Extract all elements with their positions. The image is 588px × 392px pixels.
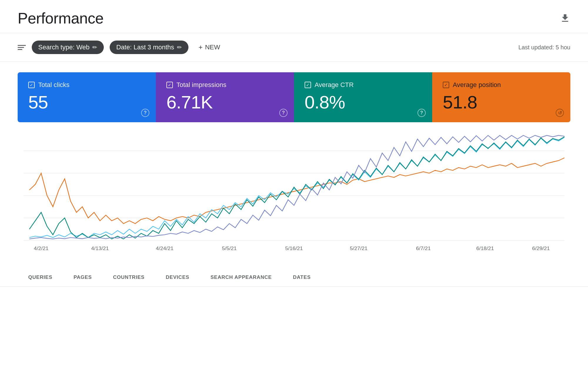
- metric-help-clicks[interactable]: ?: [141, 109, 149, 117]
- tab-devices[interactable]: DEVICES: [155, 269, 200, 287]
- metric-label-clicks: Total clicks: [38, 81, 69, 89]
- metric-card-position[interactable]: ✓ Average position 51.8 ↺: [432, 72, 570, 122]
- metric-label-impressions: Total impressions: [176, 81, 226, 89]
- tab-dates[interactable]: DATES: [282, 269, 321, 287]
- metric-label-row-ctr: ✓ Average CTR: [305, 81, 422, 89]
- header: Performance: [0, 0, 588, 33]
- metric-value-clicks: 55: [28, 92, 145, 112]
- filter-icon: [18, 45, 26, 50]
- search-type-edit-icon: ✏: [92, 44, 97, 51]
- svg-text:4/13/21: 4/13/21: [91, 246, 109, 252]
- metric-help-position[interactable]: ↺: [556, 109, 564, 117]
- tab-countries[interactable]: COUNTRIES: [102, 269, 155, 287]
- metric-card-impressions[interactable]: ✓ Total impressions 6.71K ?: [156, 72, 294, 122]
- svg-text:5/16/21: 5/16/21: [285, 246, 303, 252]
- svg-text:6/29/21: 6/29/21: [532, 246, 550, 252]
- date-chip[interactable]: Date: Last 3 months ✏: [110, 41, 188, 54]
- metric-checkbox-ctr: ✓: [305, 82, 311, 88]
- performance-chart: 4/2/21 4/13/21 4/24/21 5/5/21 5/16/21 5/…: [24, 134, 564, 252]
- metric-label-row-impressions: ✓ Total impressions: [166, 81, 283, 89]
- metric-card-ctr[interactable]: ✓ Average CTR 0.8% ?: [294, 72, 432, 122]
- download-button[interactable]: [560, 13, 570, 24]
- tab-queries[interactable]: QUERIES: [18, 269, 63, 287]
- tab-search-appearance[interactable]: SEARCH APPEARANCE: [200, 269, 283, 287]
- svg-text:6/7/21: 6/7/21: [416, 246, 431, 252]
- new-button[interactable]: + NEW: [194, 40, 224, 54]
- metric-value-impressions: 6.71K: [166, 92, 283, 112]
- svg-text:5/27/21: 5/27/21: [350, 246, 368, 252]
- svg-text:5/5/21: 5/5/21: [222, 246, 237, 252]
- metric-card-clicks[interactable]: ✓ Total clicks 55 ?: [18, 72, 156, 122]
- metric-label-ctr: Average CTR: [315, 81, 354, 89]
- metric-checkbox-impressions: ✓: [166, 82, 173, 88]
- date-label: Date: Last 3 months: [116, 43, 174, 51]
- metric-label-row-position: ✓ Average position: [443, 81, 560, 89]
- last-updated: Last updated: 5 hou: [518, 44, 570, 51]
- ctr-line: [29, 137, 564, 239]
- date-edit-icon: ✏: [177, 44, 182, 51]
- metric-label-position: Average position: [453, 81, 501, 89]
- page-wrapper: Performance Search type: Web ✏ Date: Las…: [0, 0, 588, 392]
- svg-text:4/24/21: 4/24/21: [156, 246, 173, 252]
- chart-container: 4/2/21 4/13/21 4/24/21 5/5/21 5/16/21 5/…: [18, 128, 570, 263]
- toolbar: Search type: Web ✏ Date: Last 3 months ✏…: [0, 33, 588, 62]
- new-button-label: NEW: [205, 43, 220, 51]
- metric-checkbox-position: ✓: [443, 82, 449, 88]
- tab-pages[interactable]: PAGES: [63, 269, 102, 287]
- page-title: Performance: [18, 9, 103, 27]
- metric-help-impressions[interactable]: ?: [279, 109, 288, 117]
- search-type-chip[interactable]: Search type: Web ✏: [32, 41, 104, 54]
- metric-value-position: 51.8: [443, 92, 560, 112]
- bottom-tabs: QUERIES PAGES COUNTRIES DEVICES SEARCH A…: [0, 269, 588, 287]
- metrics-row: ✓ Total clicks 55 ? ✓ Total impressions …: [18, 72, 570, 122]
- plus-icon: +: [198, 43, 203, 51]
- impressions-line: [29, 137, 564, 237]
- metric-label-row-clicks: ✓ Total clicks: [28, 81, 145, 89]
- metric-value-ctr: 0.8%: [305, 92, 422, 112]
- filter-button[interactable]: [18, 45, 26, 50]
- metric-help-ctr[interactable]: ?: [417, 109, 426, 117]
- metric-checkbox-clicks: ✓: [28, 82, 35, 88]
- search-type-label: Search type: Web: [38, 43, 89, 51]
- svg-text:6/18/21: 6/18/21: [476, 246, 494, 252]
- svg-text:4/2/21: 4/2/21: [34, 246, 49, 252]
